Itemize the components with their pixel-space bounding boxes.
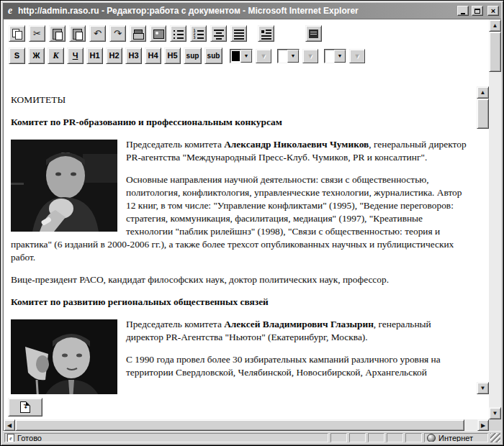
font-select-value	[278, 50, 287, 63]
minimize-button[interactable]	[457, 6, 469, 16]
section-title: Комитет по развитию региональных обществ…	[11, 296, 468, 309]
superscript-button[interactable]: sup	[184, 47, 202, 64]
person-name: Александр Николаевич Чумиков	[224, 139, 369, 150]
align-justify-button[interactable]	[230, 25, 247, 42]
page-scroll-left-icon[interactable]: ◀	[4, 419, 15, 431]
editor-scroll-up-icon[interactable]: ▲	[477, 86, 489, 99]
close-button[interactable]: ×	[487, 6, 499, 16]
strikethrough-button[interactable]: S	[9, 47, 25, 64]
scrollbar-corner	[489, 419, 501, 431]
size-select[interactable]: ▼	[324, 49, 346, 63]
bold-button[interactable]: Ж	[28, 47, 45, 64]
insert-image-icon	[153, 28, 164, 40]
text-color-picker[interactable]: ▼	[230, 49, 253, 63]
status-pane-empty	[405, 433, 422, 442]
heading-1-button[interactable]: H1	[86, 47, 103, 64]
undo-icon: ↶	[92, 28, 104, 40]
insert-image-button[interactable]	[150, 25, 166, 42]
underline-button[interactable]: Ч	[67, 47, 84, 64]
page-scroll-right-icon[interactable]: ▶	[477, 419, 489, 431]
italic-button[interactable]: К	[48, 47, 64, 64]
page-vscroll-thumb[interactable]	[489, 32, 501, 72]
cut-icon: ✂	[32, 28, 43, 40]
align-center-icon	[213, 28, 225, 40]
maximize-button[interactable]	[472, 6, 483, 16]
minimize-icon	[461, 13, 465, 14]
align-justify-icon	[233, 28, 245, 40]
size-dropdown-arrow-icon[interactable]: ▼	[334, 50, 346, 63]
save-document-icon	[20, 401, 30, 413]
status-bar: e Готово Интернет	[3, 431, 501, 443]
page-vertical-scrollbar[interactable]: ▲ ▼	[489, 19, 501, 419]
numbered-list-button[interactable]	[190, 25, 207, 42]
color-apply-button-disabled: ▼	[256, 49, 271, 63]
paste-icon	[72, 28, 84, 40]
redo-icon: ↷	[112, 28, 124, 40]
font-select[interactable]: ▼	[277, 49, 300, 63]
redo-button[interactable]: ↷	[109, 25, 126, 42]
save-button[interactable]	[8, 398, 42, 417]
document-heading: КОМИТЕТЫ	[11, 94, 468, 106]
paste-button[interactable]	[69, 25, 86, 42]
align-center-button[interactable]	[210, 25, 227, 42]
status-pane-empty	[387, 433, 403, 442]
editor-scroll-thumb[interactable]	[477, 99, 489, 129]
status-pane-empty	[349, 433, 366, 442]
editor-page: ✂ ↶ ↷ S Ж К Ч H1 H2 H3	[4, 19, 489, 419]
numbered-list-icon	[193, 28, 204, 40]
page-scroll-up-icon[interactable]: ▲	[489, 19, 501, 32]
color-swatch	[232, 51, 240, 61]
paste-special-icon	[52, 28, 63, 40]
page-hscroll-thumb[interactable]	[15, 419, 464, 431]
indent-button[interactable]	[258, 25, 274, 42]
status-pane-empty	[330, 433, 347, 442]
heading-3-button[interactable]: H3	[125, 47, 142, 64]
browser-window: e http://admin.raso.ru - Редактор:работа…	[0, 0, 504, 446]
person-name: Алексей Владимирович Глазырин	[224, 319, 374, 329]
print-icon	[132, 28, 144, 40]
section-title: Комитет по PR-образованию и профессионал…	[11, 116, 468, 129]
maximize-icon	[474, 9, 480, 14]
cut-button[interactable]: ✂	[29, 25, 45, 42]
photo-chumikov[interactable]	[11, 140, 117, 232]
toolbar-edit: ✂ ↶ ↷	[9, 25, 322, 42]
paste-special-button[interactable]	[49, 25, 66, 42]
paragraph-block-icon	[308, 28, 320, 40]
editor-scroll-down-icon[interactable]: ▼	[477, 382, 489, 394]
subscript-button[interactable]: sub	[204, 47, 222, 64]
editor-scrollbar[interactable]: ▲ ▼	[477, 86, 489, 394]
photo-glazyrin[interactable]	[11, 319, 117, 394]
heading-5-button[interactable]: H5	[164, 47, 181, 64]
paragraph-block-button[interactable]	[305, 25, 322, 42]
undo-button[interactable]: ↶	[89, 25, 106, 42]
copy-button[interactable]	[9, 25, 25, 42]
zone-text: Интернет	[438, 434, 473, 442]
print-button[interactable]	[130, 25, 146, 42]
bullet-list-button[interactable]	[170, 25, 186, 42]
font-apply-button-disabled: ▼	[302, 49, 318, 63]
heading-4-button[interactable]: H4	[145, 47, 161, 64]
browser-viewport: ✂ ↶ ↷ S Ж К Ч H1 H2 H3	[3, 19, 501, 431]
ie-logo-icon: e	[5, 6, 15, 16]
font-dropdown-arrow-icon[interactable]: ▼	[287, 50, 299, 63]
title-bar[interactable]: e http://admin.raso.ru - Редактор:работа…	[3, 3, 501, 19]
document-status-icon: e	[7, 434, 14, 442]
document-content[interactable]: КОМИТЕТЫ Комитет по PR-образованию и про…	[5, 86, 477, 394]
status-pane: e Готово	[4, 433, 328, 442]
copy-icon	[12, 28, 23, 40]
security-zone-pane: Интернет	[424, 433, 488, 442]
window-title: http://admin.raso.ru - Редактор:работа с…	[18, 6, 454, 16]
size-select-value	[325, 50, 334, 63]
internet-zone-globe-icon	[427, 434, 436, 442]
resize-grip[interactable]	[490, 433, 500, 442]
heading-2-button[interactable]: H2	[106, 47, 122, 64]
page-scroll-down-icon[interactable]: ▼	[489, 407, 501, 419]
toolbar-format: S Ж К Ч H1 H2 H3 H4 H5 sup sub ▼ ▼ ▼	[9, 47, 365, 64]
color-dropdown-arrow-icon[interactable]: ▼	[240, 50, 252, 63]
editor-document-area[interactable]: КОМИТЕТЫ Комитет по PR-образованию и про…	[5, 86, 489, 394]
size-apply-button-disabled: ▼	[349, 49, 365, 63]
page-horizontal-scrollbar[interactable]: ◀ ▶	[4, 419, 489, 431]
status-text: Готово	[17, 434, 42, 442]
bullet-list-icon	[173, 28, 184, 40]
indent-icon	[261, 28, 272, 40]
